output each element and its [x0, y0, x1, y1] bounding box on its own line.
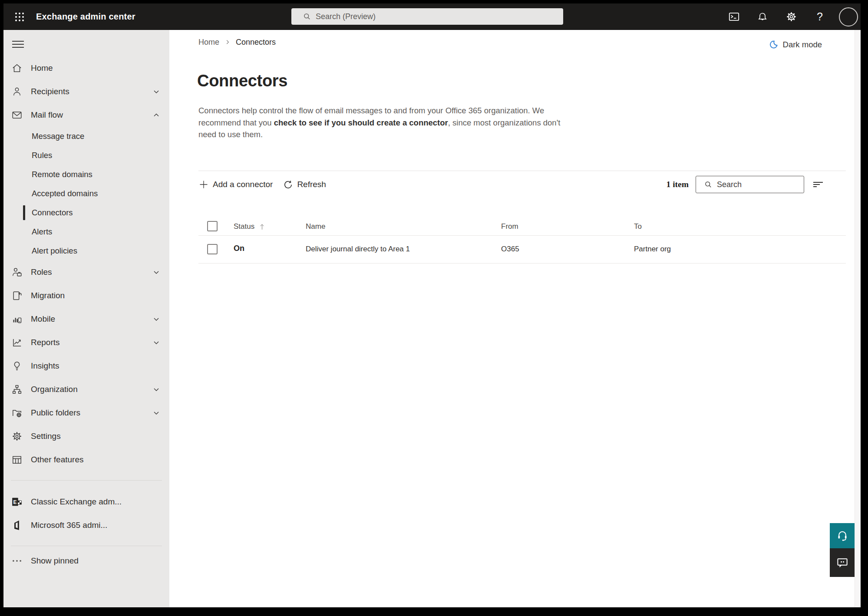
global-search-box[interactable] [291, 8, 563, 25]
sidebar-item-remote-domains[interactable]: Remote domains [3, 165, 169, 184]
chevron-up-icon [151, 110, 162, 120]
select-all-checkbox[interactable] [207, 221, 218, 231]
sidebar-item-other-features[interactable]: Other features [3, 448, 169, 471]
dark-mode-label: Dark mode [783, 40, 822, 49]
sidebar-item-mail-flow[interactable]: Mail flow [3, 103, 169, 127]
sidebar-item-mobile[interactable]: Mobile [3, 307, 169, 331]
folder-globe-icon [11, 407, 23, 418]
mobile-icon [11, 313, 23, 325]
sidebar-item-public-folders[interactable]: Public folders [3, 401, 169, 425]
question-mark-icon: ? [817, 10, 823, 23]
app-launcher-button[interactable] [10, 8, 29, 26]
feedback-button[interactable] [830, 548, 855, 577]
sidebar-item-settings[interactable]: Settings [3, 425, 169, 448]
sidebar-item-label: Recipients [31, 87, 69, 96]
mail-icon [11, 109, 23, 121]
row-name[interactable]: Deliver journal directly to Area 1 [306, 245, 410, 254]
show-pinned-button[interactable]: Show pinned [3, 546, 169, 571]
headset-icon [836, 530, 848, 542]
sidebar-item-label: Show pinned [31, 556, 79, 566]
sidebar-item-message-trace[interactable]: Message trace [3, 127, 169, 146]
chevron-down-icon [151, 314, 162, 324]
list-search-box[interactable] [696, 176, 804, 193]
sidebar-item-roles[interactable]: Roles [3, 260, 169, 284]
scrollbar-track[interactable] [855, 30, 861, 607]
sidebar-item-label: Home [31, 63, 53, 73]
chevron-down-icon [151, 408, 162, 418]
chevron-down-icon [151, 86, 162, 97]
plus-icon [198, 179, 209, 190]
avatar [839, 7, 858, 26]
column-header-status[interactable]: Status [234, 222, 265, 231]
nav-list: Home Recipients Mail flow Message trace … [3, 56, 169, 571]
sidebar-item-organization[interactable]: Organization [3, 378, 169, 401]
table-row[interactable]: On Deliver journal directly to Area 1 O3… [198, 236, 846, 264]
breadcrumb: Home Connectors [198, 37, 276, 47]
gear-icon [785, 11, 797, 23]
table-icon [11, 454, 23, 465]
dark-mode-toggle[interactable]: Dark mode [769, 40, 822, 49]
moon-icon [769, 40, 779, 49]
item-count: 1 item [667, 180, 689, 189]
sidebar-item-label: Settings [31, 432, 61, 441]
microsoft365-logo-icon [11, 520, 23, 531]
support-button[interactable] [830, 523, 855, 548]
refresh-button[interactable]: Refresh [283, 180, 326, 190]
sidebar-item-label: Insights [31, 361, 59, 371]
nav-collapse-button[interactable] [12, 38, 30, 51]
sidebar-item-accepted-domains[interactable]: Accepted domains [3, 184, 169, 203]
filter-button[interactable] [812, 179, 824, 190]
toolbar-right: 1 item [667, 176, 846, 193]
column-header-to[interactable]: To [634, 222, 642, 231]
sidebar-item-label: Microsoft 365 admi... [31, 520, 107, 530]
org-chart-icon [11, 384, 23, 395]
sidebar-item-reports[interactable]: Reports [3, 331, 169, 354]
sidebar-item-connectors[interactable]: Connectors [3, 203, 169, 222]
sidebar-item-microsoft-365-admin[interactable]: Microsoft 365 admi... [3, 514, 169, 537]
row-from: O365 [501, 245, 519, 254]
column-header-name[interactable]: Name [306, 222, 325, 231]
powershell-button[interactable] [724, 7, 743, 26]
sidebar-item-insights[interactable]: Insights [3, 354, 169, 378]
gear-icon [11, 431, 23, 442]
roles-icon [11, 267, 23, 278]
sidebar-item-migration[interactable]: Migration [3, 284, 169, 307]
global-search-input[interactable] [316, 12, 558, 21]
refresh-icon [283, 180, 293, 190]
notifications-button[interactable] [753, 7, 772, 26]
sidebar-item-label: Mail flow [31, 110, 63, 120]
sidebar-item-alerts[interactable]: Alerts [3, 222, 169, 241]
row-checkbox[interactable] [207, 244, 218, 254]
top-bar: Exchange admin center ? [3, 3, 861, 30]
sidebar-item-home[interactable]: Home [3, 56, 169, 80]
page-title: Connectors [197, 72, 287, 90]
sidebar-item-label: Organization [31, 385, 78, 394]
sidebar-item-recipients[interactable]: Recipients [3, 80, 169, 103]
chevron-down-icon [151, 267, 162, 277]
breadcrumb-home-link[interactable]: Home [198, 38, 219, 47]
sidebar-item-alert-policies[interactable]: Alert policies [3, 241, 169, 260]
sidebar-item-rules[interactable]: Rules [3, 146, 169, 165]
settings-button[interactable] [782, 7, 801, 26]
account-button[interactable] [839, 7, 858, 26]
sort-ascending-icon [259, 223, 265, 231]
add-connector-button[interactable]: Add a connector [198, 179, 273, 190]
help-button[interactable]: ? [810, 7, 829, 26]
sidebar-item-label: Mobile [31, 314, 55, 324]
sidebar: Home Recipients Mail flow Message trace … [3, 30, 169, 607]
search-icon [303, 12, 311, 21]
sidebar-item-label: Migration [31, 291, 65, 300]
ellipsis-icon [11, 555, 23, 567]
filter-icon [812, 179, 824, 190]
connectors-table: Status Name From To On Deliver journal d… [198, 219, 846, 264]
chevron-down-icon [151, 337, 162, 348]
create-connector-link[interactable]: check to see if you should create a conn… [274, 118, 448, 127]
app-title: Exchange admin center [36, 3, 135, 30]
lightbulb-icon [11, 360, 23, 372]
list-search-input[interactable] [717, 180, 799, 189]
sidebar-item-label: Other features [31, 455, 83, 464]
column-header-from[interactable]: From [501, 222, 518, 231]
sidebar-item-classic-exchange-admin[interactable]: E Classic Exchange adm... [3, 490, 169, 514]
person-icon [11, 86, 23, 97]
search-icon [704, 180, 713, 189]
